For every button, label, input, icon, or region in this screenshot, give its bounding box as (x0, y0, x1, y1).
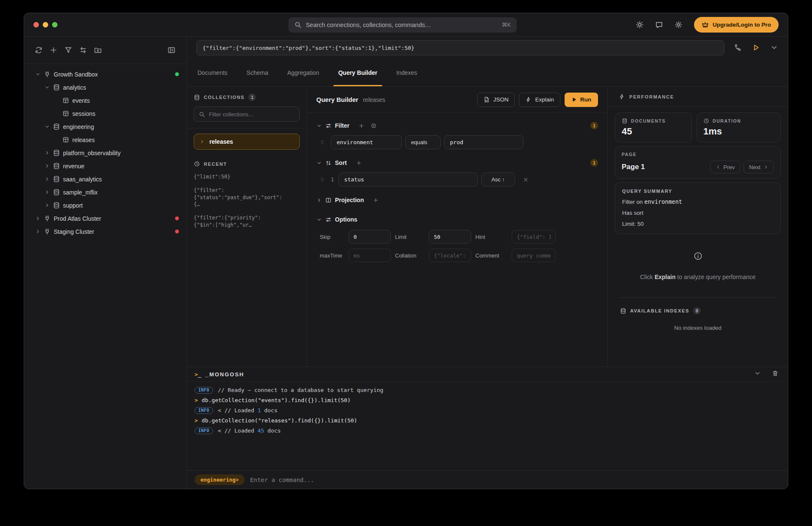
recent-query-item[interactable]: {"limit":50} (194, 173, 300, 181)
tab-indexes[interactable]: Indexes (396, 59, 417, 86)
sidebar-item-saas-analytics[interactable]: saas_analytics (24, 173, 187, 186)
run-button-label: Run (580, 96, 591, 103)
sidebar-item-prod-atlas-cluster[interactable]: Prod Atlas Cluster (24, 212, 187, 225)
hint-input[interactable] (512, 230, 556, 244)
sort-row-number: 1 (331, 176, 334, 183)
sort-direction-select[interactable]: Asc ↑ (481, 173, 515, 186)
page-value: Page 1 (622, 163, 645, 171)
filter-field-input[interactable]: environment (331, 135, 402, 149)
tab-aggregation[interactable]: Aggregation (287, 59, 319, 86)
documents-stat-value: 45 (622, 126, 685, 137)
global-search[interactable]: ⌘K (288, 17, 517, 33)
tab-documents[interactable]: Documents (198, 59, 228, 86)
sidebar-item-releases[interactable]: releases (24, 133, 187, 146)
maxtime-label: maxTime (320, 252, 344, 259)
close-window-button[interactable] (33, 22, 39, 27)
drag-handle-icon[interactable] (320, 176, 325, 183)
collection-icon (62, 110, 69, 117)
refresh-connections-button[interactable] (35, 46, 43, 55)
collection-item-label: releases (209, 138, 233, 145)
options-section-header[interactable]: Options (316, 215, 598, 224)
add-sort-icon[interactable] (356, 160, 362, 166)
theme-toggle-button[interactable] (636, 21, 644, 29)
documents-stat-card: DOCUMENTS 45 (615, 112, 692, 142)
sidebar-item-engineering[interactable]: engineering (24, 120, 187, 133)
prev-page-button[interactable]: Prev (710, 161, 741, 173)
chevron-down-icon (44, 85, 50, 90)
explain-button[interactable]: Explain (519, 93, 560, 107)
sidebar-item-growth-sandbox[interactable]: Growth Sandbox (24, 68, 187, 81)
collection-item-releases-selected[interactable]: releases (194, 134, 300, 150)
database-label: sample_mflix (63, 189, 98, 196)
settings-button[interactable] (675, 21, 683, 29)
sort-section-header[interactable]: Sort 1 (316, 159, 598, 167)
filter-value-input[interactable]: prod (444, 135, 524, 149)
sidebar-item-platform-observability[interactable]: platform_observability (24, 146, 187, 159)
collapse-shell-button[interactable] (754, 370, 763, 378)
remove-sort-icon[interactable] (523, 177, 529, 183)
add-connection-button[interactable] (49, 46, 58, 55)
collections-panel: COLLECTIONS 1 releases (187, 87, 307, 367)
next-page-button[interactable]: Next (743, 161, 774, 173)
minimize-window-button[interactable] (43, 22, 48, 27)
collapse-sidebar-button[interactable] (167, 46, 176, 55)
sidebar-item-sample-mflix[interactable]: sample_mflix (24, 186, 187, 199)
sidebar-item-sessions[interactable]: sessions (24, 107, 187, 120)
tab-query-builder[interactable]: Query Builder (338, 59, 378, 86)
zoom-window-button[interactable] (52, 22, 58, 27)
chevron-right-icon (35, 229, 41, 234)
new-folder-button[interactable] (94, 46, 102, 55)
comment-input[interactable] (512, 249, 556, 262)
add-filter-group-icon[interactable] (371, 123, 376, 129)
crown-icon (702, 21, 709, 28)
limit-input[interactable] (429, 230, 471, 244)
json-file-icon (483, 96, 490, 103)
feedback-button[interactable] (655, 21, 664, 29)
next-page-label: Next (749, 164, 760, 170)
sidebar-item-support[interactable]: support (24, 199, 187, 212)
performance-panel: PERFORMANCE DOCUMENTS 45 (607, 87, 788, 367)
sidebar-item-analytics[interactable]: analytics (24, 81, 187, 94)
collation-input[interactable] (429, 249, 471, 262)
projection-section-header[interactable]: Projection (316, 196, 598, 204)
sidebar-item-events[interactable]: events (24, 94, 187, 107)
limit-label: Limit (395, 234, 425, 240)
json-button[interactable]: JSON (477, 93, 515, 107)
query-history-button[interactable] (734, 44, 742, 52)
drag-handle-icon[interactable] (320, 139, 325, 145)
sidebar-toolbar (24, 37, 187, 64)
sidebar-item-revenue[interactable]: revenue (24, 159, 187, 173)
query-bar-expand-button[interactable] (770, 44, 779, 52)
filter-operator-select[interactable]: equals (405, 135, 441, 149)
plus-icon (49, 46, 58, 54)
tab-schema[interactable]: Schema (247, 59, 268, 86)
run-query-button[interactable] (752, 44, 760, 52)
swap-connections-button[interactable] (79, 46, 88, 55)
summary-filter-field: environment (645, 198, 682, 205)
sort-field-input[interactable]: status (338, 173, 478, 186)
global-search-input[interactable] (306, 22, 497, 28)
collections-count-badge: 1 (248, 93, 256, 101)
clock-icon (703, 118, 709, 124)
sidebar-item-staging-cluster[interactable]: Staging Cluster (24, 225, 187, 238)
clear-shell-button[interactable] (772, 370, 780, 378)
recent-query-item[interactable]: {"filter": {"status":"past_due"},"sort":… (194, 187, 300, 208)
collection-icon (62, 97, 69, 104)
skip-label: Skip (320, 234, 344, 240)
maxtime-input[interactable] (348, 249, 391, 262)
mongosh-input-row: engineering> (187, 470, 788, 489)
filter-collections-box[interactable] (194, 107, 300, 122)
query-bar-input[interactable] (196, 40, 724, 55)
database-label: revenue (63, 163, 85, 170)
recent-query-item[interactable]: {"filter":{"priority": {"$in":["high","u… (194, 214, 300, 229)
upgrade-button[interactable]: Upgrade/Login to Pro (694, 17, 779, 33)
filter-section-header[interactable]: Filter 1 (316, 121, 598, 130)
add-filter-icon[interactable] (359, 123, 364, 129)
shell-command-input[interactable] (250, 477, 780, 483)
filter-collections-input[interactable] (209, 111, 295, 118)
skip-input[interactable] (348, 230, 391, 244)
database-icon (53, 149, 60, 156)
filter-connections-button[interactable] (64, 46, 73, 55)
run-button[interactable]: Run (565, 93, 598, 107)
add-projection-icon[interactable] (373, 197, 379, 203)
